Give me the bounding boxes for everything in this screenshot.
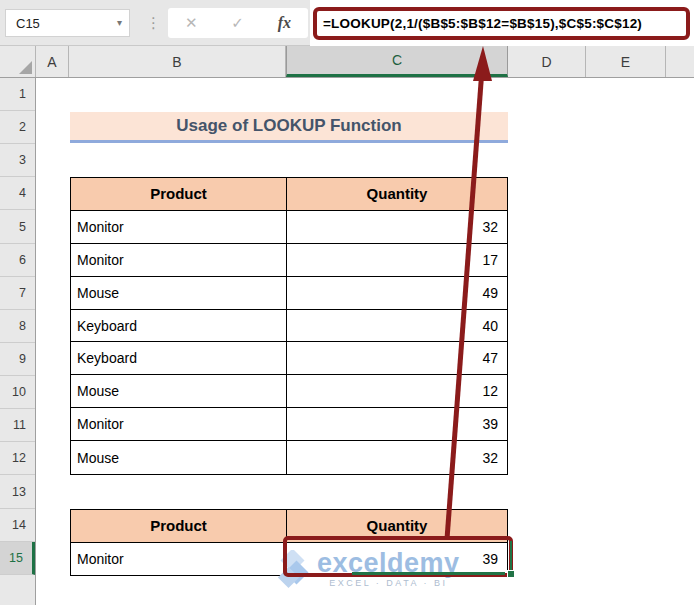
column-header-b[interactable]: B xyxy=(69,46,286,77)
header-cell-quantity[interactable]: Quantity xyxy=(287,178,507,210)
row-header-15[interactable]: 15 xyxy=(0,542,35,575)
cell-quantity[interactable]: 12 xyxy=(287,375,507,407)
sheet-title: Usage of LOOKUP Function xyxy=(176,116,401,136)
row-header-10[interactable]: 10 xyxy=(0,376,35,409)
name-box[interactable]: C15 ▾ xyxy=(5,9,130,37)
column-header-d[interactable]: D xyxy=(508,46,586,77)
enter-icon[interactable]: ✓ xyxy=(231,14,244,32)
row-header-11[interactable]: 11 xyxy=(0,409,35,442)
row-header-6[interactable]: 6 xyxy=(0,244,35,277)
select-all-button[interactable] xyxy=(0,46,36,77)
source-table: Product Quantity Monitor 32 Monitor 17 M… xyxy=(70,177,508,475)
cancel-icon[interactable]: ✕ xyxy=(185,14,198,32)
row-header-3[interactable]: 3 xyxy=(0,144,35,177)
row-header-7[interactable]: 7 xyxy=(0,277,35,310)
cell-product[interactable]: Keyboard xyxy=(71,310,287,342)
table-row: Mouse 49 xyxy=(71,277,507,310)
table-row: Mouse 12 xyxy=(71,375,507,408)
cell-product[interactable]: Keyboard xyxy=(71,342,287,374)
table-row: Keyboard 40 xyxy=(71,310,507,343)
table-row: Monitor 32 xyxy=(71,211,507,244)
row-header-13[interactable]: 13 xyxy=(0,475,35,509)
column-header-a[interactable]: A xyxy=(36,46,69,77)
row-header-5[interactable]: 5 xyxy=(0,210,35,244)
title-cell[interactable]: Usage of LOOKUP Function xyxy=(70,112,508,143)
row-header-2[interactable]: 2 xyxy=(0,111,35,144)
watermark-tagline: EXCEL · DATA · BI xyxy=(329,578,447,588)
cell-product[interactable]: Mouse xyxy=(71,375,287,407)
name-box-value: C15 xyxy=(16,16,40,31)
name-box-dropdown-icon[interactable]: ▾ xyxy=(117,17,122,28)
row-header-band: 1 2 3 4 5 6 7 8 9 10 11 12 13 14 15 xyxy=(0,78,36,605)
formula-text: =LOOKUP(2,1/($B$5:$B$12=$B$15),$C$5:$C$1… xyxy=(317,16,642,31)
column-header-band: A B C D E xyxy=(0,46,694,78)
header-cell-product[interactable]: Product xyxy=(71,510,287,542)
row-header-12[interactable]: 12 xyxy=(0,442,35,475)
formula-buttons: ✕ ✓ fx xyxy=(168,8,308,38)
formula-input[interactable]: =LOOKUP(2,1/($B$5:$B$12=$B$15),$C$5:$C$1… xyxy=(310,0,694,46)
row-header-4[interactable]: 4 xyxy=(0,177,35,210)
lookup-value-cell[interactable]: Monitor xyxy=(71,543,287,576)
formula-bar-more-icon: ⋮ xyxy=(146,12,161,34)
selection-border-right xyxy=(510,541,513,571)
cell-product[interactable]: Monitor xyxy=(71,244,287,276)
cell-quantity[interactable]: 32 xyxy=(287,211,507,243)
row-header-9[interactable]: 9 xyxy=(0,343,35,376)
row-header-partial[interactable] xyxy=(0,575,35,605)
header-cell-product[interactable]: Product xyxy=(71,178,287,210)
cell-product[interactable]: Mouse xyxy=(71,277,287,309)
worksheet-area: Usage of LOOKUP Function Product Quantit… xyxy=(36,78,694,605)
selection-border-bottom xyxy=(352,572,505,575)
result-highlight-box xyxy=(283,536,513,577)
formula-highlight-box: =LOOKUP(2,1/($B$5:$B$12=$B$15),$C$5:$C$1… xyxy=(313,7,690,40)
cell-product[interactable]: Monitor xyxy=(71,211,287,243)
table-row: Mouse 32 xyxy=(71,441,507,474)
cell-quantity[interactable]: 17 xyxy=(287,244,507,276)
cell-product[interactable]: Monitor xyxy=(71,408,287,440)
column-header-e[interactable]: E xyxy=(586,46,666,77)
excel-window: C15 ▾ ⋮ ✕ ✓ fx =LOOKUP(2,1/($B$5:$B$12=$… xyxy=(0,0,694,605)
column-header-partial[interactable] xyxy=(666,46,694,77)
row-header-14[interactable]: 14 xyxy=(0,509,35,542)
cell-quantity[interactable]: 32 xyxy=(287,441,507,474)
cell-quantity[interactable]: 39 xyxy=(287,408,507,440)
insert-function-icon[interactable]: fx xyxy=(278,14,291,32)
cell-quantity[interactable]: 47 xyxy=(287,342,507,374)
column-header-c[interactable]: C xyxy=(286,46,508,77)
cell-product[interactable]: Mouse xyxy=(71,441,287,474)
row-header-8[interactable]: 8 xyxy=(0,310,35,343)
cell-quantity[interactable]: 40 xyxy=(287,310,507,342)
cell-quantity[interactable]: 49 xyxy=(287,277,507,309)
formula-bar-area: C15 ▾ ⋮ ✕ ✓ fx =LOOKUP(2,1/($B$5:$B$12=$… xyxy=(0,0,694,46)
table-row: Monitor 17 xyxy=(71,244,507,277)
table-row: Monitor 39 xyxy=(71,408,507,441)
source-table-header-row: Product Quantity xyxy=(71,178,507,211)
fill-handle[interactable] xyxy=(507,570,515,578)
table-row: Keyboard 47 xyxy=(71,342,507,375)
select-all-triangle-icon xyxy=(19,61,32,74)
row-header-1[interactable]: 1 xyxy=(0,78,35,111)
